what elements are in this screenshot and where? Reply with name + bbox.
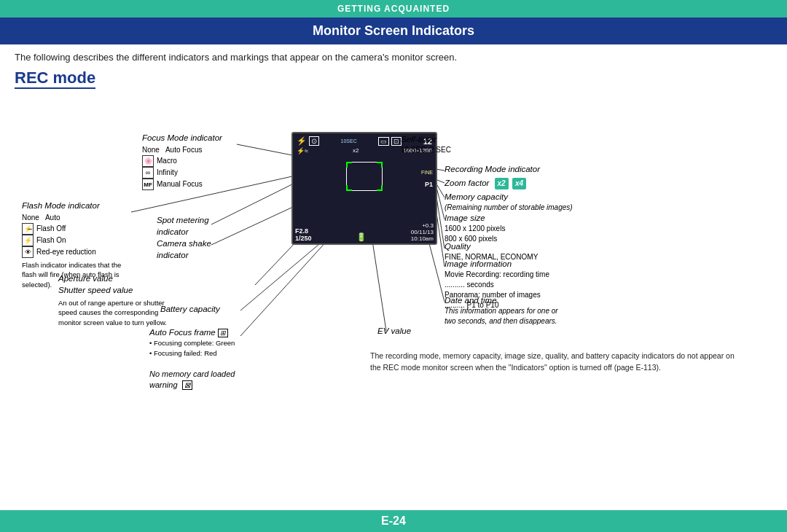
top-bar: GETTING ACQUAINTED [0, 0, 787, 17]
camera-shake-label-block: Camera shake indicator [157, 238, 211, 261]
ev-label: EV value [377, 325, 411, 337]
cam-icons-left: ⚡ ⊙ [297, 136, 319, 146]
zoom-x4-badge: x4 [512, 178, 526, 189]
page-title: Monitor Screen Indicators [313, 23, 474, 38]
cam-bottom-row: F2.8 1/250 🔋 +0.3 00/11/13 10:10am [295, 222, 434, 242]
zoom-factor-label-block: Zoom factor x2 x4 [445, 177, 526, 189]
cam-aperture-shutter: F2.8 1/250 [295, 227, 312, 242]
zoom-factor-label: Zoom factor x2 x4 [445, 177, 526, 189]
cam-timer-display: 10SEC [341, 138, 357, 144]
ev-label-block: EV value [377, 325, 411, 337]
mf-icon: MF [142, 179, 154, 190]
recording-mode-label: Recording Mode indicator [445, 163, 540, 175]
cam-zoom-display: x2 [353, 147, 359, 154]
aperture-note: An out of range aperture or shutter spee… [58, 298, 168, 327]
aperture-shutter-label-block: Aperture value Shutter speed value An ou… [58, 273, 168, 327]
memory-capacity-label: Memory capacity [445, 191, 573, 203]
af-frame-label-block: Auto Focus frame ⊞ • Focusing complete: … [149, 326, 235, 359]
self-timer-label-block: Self-timer 10 SEC, 2 SEC [401, 133, 451, 155]
battery-label: Battery capacity [160, 303, 220, 315]
diagram-area: ⚡ ⊙ 10SEC ▭ ⊡ 12 ⚡≈ x2 160 [15, 92, 772, 456]
focus-none-auto: None Auto Focus [142, 145, 222, 155]
flash-none-auto: None Auto [22, 213, 131, 223]
flash-icon: ⚡ [297, 136, 307, 146]
af-notes: • Focusing complete: Green • Focusing fa… [149, 338, 235, 359]
cam-rec-icon: ▭ [378, 137, 389, 146]
focus-macro-row: 🌸 Macro [142, 155, 222, 167]
recording-mode-label-block: Recording Mode indicator [445, 163, 540, 175]
focus-corner-tr [377, 162, 383, 168]
bottom-note: The recording mode, memory capacity, ima… [370, 351, 735, 374]
date-time-label-block: Date and time This information appears f… [445, 294, 558, 326]
image-size-label-block: Image size 1600 x 1200 pixels 800 x 600 … [445, 212, 505, 244]
focus-mode-label-block: Focus Mode indicator None Auto Focus 🌸 M… [142, 132, 222, 190]
date-time-label: Date and time [445, 294, 558, 306]
page-wrapper: GETTING ACQUAINTED Monitor Screen Indica… [0, 0, 787, 532]
image-info-label: Image information [445, 258, 549, 270]
cam-ev-datetime: +0.3 00/11/13 10:10am [411, 222, 434, 242]
cam-ev-display: +0.3 [411, 222, 434, 229]
flash-off-row: ⚡̶ Flash Off [22, 223, 131, 235]
camera-shake-label: Camera shake indicator [157, 238, 211, 261]
quality-label: Quality [445, 240, 538, 252]
zoom-x2-badge: x2 [495, 178, 509, 189]
af-frame-icon: ⊞ [218, 329, 228, 337]
af-frame-label: Auto Focus frame ⊞ [149, 326, 235, 338]
rec-mode-title: REC mode [15, 69, 95, 89]
cam-date-display: 00/11/13 [411, 229, 434, 235]
no-memory-label: No memory card loaded warning ⊠ [149, 369, 235, 391]
spot-metering-label-block: Spot metering indicator [157, 214, 209, 238]
focus-frame [346, 162, 383, 191]
spot-icon: ⊙ [309, 136, 319, 146]
cam-focus-area [293, 154, 436, 198]
af-complete: • Focusing complete: Green [149, 338, 235, 348]
flash-on-icon: ⚡ [22, 235, 34, 246]
top-bar-label: GETTING ACQUAINTED [337, 4, 450, 14]
focus-corner-bl [346, 185, 352, 191]
spot-metering-label: Spot metering indicator [157, 214, 209, 238]
no-memory-label-block: No memory card loaded warning ⊠ [149, 369, 235, 391]
cam-shake-icon: ⚡≈ [297, 147, 308, 154]
image-info-2: .......... seconds [445, 280, 549, 290]
image-size-1: 1600 x 1200 pixels [445, 224, 505, 234]
macro-icon: 🌸 [142, 155, 154, 167]
focus-mode-label: Focus Mode indicator [142, 132, 222, 144]
shutter-label: Shutter speed value [58, 284, 168, 296]
svg-line-15 [372, 236, 386, 331]
memory-remaining-label: (Remaining number of storable images) [445, 203, 573, 213]
focus-infinity-row: ∞ Infinity [142, 167, 222, 179]
cam-time-display: 10:10am [411, 235, 434, 242]
title-bar: Monitor Screen Indicators [0, 17, 787, 44]
date-time-note1: This information appears for one or [445, 306, 558, 316]
date-time-note2: two seconds, and then disappears. [445, 316, 558, 326]
focus-corner-tl [346, 162, 352, 168]
page-number: E-24 [381, 515, 406, 527]
no-memory-icon: ⊠ [182, 380, 192, 390]
image-info-1: Movie Recording: recording time [445, 270, 549, 280]
focus-manual-row: MF Manual Focus [142, 179, 222, 190]
memory-capacity-label-block: Memory capacity (Remaining number of sto… [445, 191, 573, 213]
focus-corner-br [377, 185, 383, 191]
flash-on-row: ⚡ Flash On [22, 235, 131, 246]
intro-text: The following describes the different in… [0, 44, 787, 67]
af-failed: • Focusing failed: Red [149, 348, 235, 359]
aperture-label: Aperture value [58, 273, 168, 284]
flash-mode-label: Flash Mode indicator [22, 200, 131, 211]
self-timer-label: Self-timer [401, 133, 451, 145]
infinity-icon: ∞ [142, 167, 154, 179]
battery-label-block: Battery capacity [160, 303, 220, 315]
flash-off-icon: ⚡̶ [22, 223, 34, 235]
bottom-bar: E-24 [0, 510, 787, 532]
self-timer-values: 10 SEC, 2 SEC [401, 145, 451, 155]
cam-battery-icon: 🔋 [356, 232, 367, 242]
main-content: REC mode [0, 67, 787, 510]
image-size-label: Image size [445, 212, 505, 224]
flash-redeye-row: 👁 Red-eye reduction [22, 246, 131, 258]
redeye-icon: 👁 [22, 246, 34, 258]
